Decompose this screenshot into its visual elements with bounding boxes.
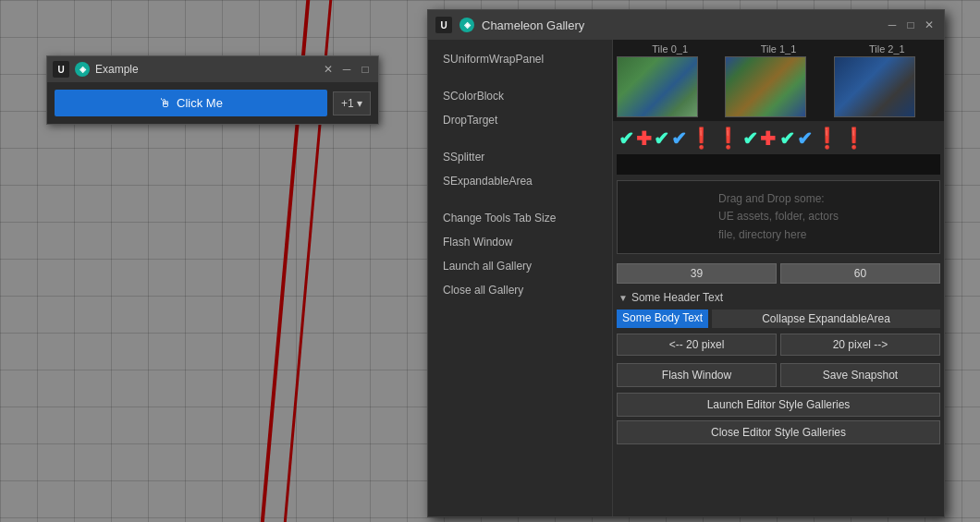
tool-btn-left[interactable]: <-- 20 pixel — [617, 334, 777, 356]
example-minimize-btn[interactable]: ─ — [339, 62, 354, 77]
gallery-sidebar: SUniformWrapPanel SColorBlock DropTarget… — [428, 40, 613, 516]
sidebar-item-flashwindow[interactable]: Flash Window — [428, 230, 612, 254]
flash-save-row: Flash Window Save Snapshot — [613, 359, 944, 391]
sidebar-sep-1 — [428, 71, 612, 84]
sidebar-label: SSplitter — [443, 151, 484, 164]
tiles-row: Tile 0_1 Tile 1_1 Tile 2_1 — [613, 40, 944, 121]
splitter-row — [613, 260, 944, 287]
sidebar-item-sexpandablearea[interactable]: SExpandableArea — [428, 169, 612, 193]
example-window-controls: ✕ ─ □ — [321, 62, 373, 77]
splitter-input-1[interactable] — [617, 263, 777, 284]
drop-text: Drag and Drop some: UE assets, folder, a… — [718, 190, 839, 244]
sidebar-label: Launch all Gallery — [443, 260, 532, 273]
tool-btn-right[interactable]: 20 pixel --> — [780, 334, 940, 356]
sidebar-label: SUniformWrapPanel — [443, 53, 544, 66]
plus-one-button[interactable]: +1 ▾ — [333, 91, 371, 115]
check-icon-2: ✔ — [654, 129, 669, 148]
tile-0-thumb — [617, 56, 698, 117]
flash-window-btn[interactable]: Flash Window — [617, 363, 777, 387]
sidebar-item-ssplitter[interactable]: SSplitter — [428, 145, 612, 169]
sidebar-sep-2 — [428, 132, 612, 145]
example-maximize-btn[interactable]: □ — [358, 62, 373, 77]
sidebar-item-scolorblock[interactable]: SColorBlock — [428, 84, 612, 108]
gallery-ue-logo: U — [435, 17, 452, 33]
expandable-header[interactable]: ▼ Some Header Text — [613, 287, 944, 308]
plus-icon-1: ✚ — [636, 129, 652, 148]
expandable-header-label: Some Header Text — [631, 291, 723, 304]
gallery-icon: ◈ — [459, 18, 474, 32]
gallery-maximize-btn[interactable]: □ — [903, 18, 918, 32]
tile-1: Tile 1_1 — [725, 43, 831, 117]
sidebar-item-launchallgallery[interactable]: Launch all Gallery — [428, 254, 612, 278]
exclaim-icon-1: ❗ — [689, 128, 714, 149]
tile-1-thumb — [725, 56, 806, 117]
sidebar-sep-3 — [428, 193, 612, 206]
icons-row: ✔ ✚ ✔ ✔ ❗ ❗ ✔ ✚ ✔ ✔ ❗ ❗ — [613, 121, 944, 152]
sidebar-label: Close all Gallery — [443, 284, 523, 297]
sidebar-item-suniformwrappanel[interactable]: SUniformWrapPanel — [428, 47, 612, 71]
expandable-body: Some Body Text Collapse ExpandableArea — [613, 308, 944, 330]
tile-2: Tile 2_1 — [834, 43, 940, 117]
example-content: 🖱 Click Me +1 ▾ — [47, 82, 378, 124]
example-titlebar: U ◈ Example ✕ ─ □ — [47, 56, 378, 82]
example-icon: ◈ — [75, 62, 90, 77]
expandable-body-text: Some Body Text — [617, 310, 708, 328]
collapse-expandable-btn[interactable]: Collapse ExpandableArea — [712, 310, 940, 328]
example-close-btn[interactable]: ✕ — [321, 62, 336, 77]
example-window: U ◈ Example ✕ ─ □ 🖱 Click Me +1 ▾ — [46, 55, 379, 125]
tile-2-thumb — [834, 56, 915, 117]
drop-line2: UE assets, folder, actors — [718, 210, 839, 223]
gallery-main: Tile 0_1 Tile 1_1 Tile 2_1 ✔ ✚ ✔ ✔ ❗ — [613, 40, 944, 516]
gallery-minimize-btn[interactable]: ─ — [885, 18, 900, 32]
tile-1-label: Tile 1_1 — [725, 43, 831, 55]
click-me-button[interactable]: 🖱 Click Me — [55, 90, 327, 116]
plus-icon-2: ✚ — [760, 129, 776, 148]
gallery-window-controls: ─ □ ✕ — [885, 18, 937, 32]
example-window-title: Example — [95, 63, 315, 76]
gallery-titlebar: U ◈ Chameleon Gallery ─ □ ✕ — [428, 10, 944, 40]
click-me-label: Click Me — [177, 96, 223, 110]
sidebar-label: SExpandableArea — [443, 175, 533, 188]
sidebar-label: DropTarget — [443, 114, 497, 127]
tile-0: Tile 0_1 — [617, 43, 723, 117]
sidebar-item-droptarget[interactable]: DropTarget — [428, 108, 612, 132]
exclaim-icon-2: ❗ — [716, 128, 741, 149]
close-editor-galleries-btn[interactable]: Close Editor Style Galleries — [617, 420, 940, 444]
gallery-window-title: Chameleon Gallery — [482, 18, 877, 32]
gallery-body: SUniformWrapPanel SColorBlock DropTarget… — [428, 40, 944, 516]
ue-logo: U — [53, 61, 69, 78]
sidebar-label: Flash Window — [443, 236, 512, 249]
sidebar-item-changetoolstabsize[interactable]: Change Tools Tab Size — [428, 206, 612, 230]
check-icon-3: ✔ — [671, 129, 687, 148]
drop-target-area[interactable]: Drag and Drop some: UE assets, folder, a… — [617, 180, 940, 254]
drop-line1: Drag and Drop some: — [718, 192, 825, 205]
exclaim-icon-3: ❗ — [815, 128, 839, 149]
gallery-window: U ◈ Chameleon Gallery ─ □ ✕ SUniformWrap… — [427, 9, 945, 517]
sidebar-label: Change Tools Tab Size — [443, 212, 556, 225]
check-icon-6: ✔ — [797, 129, 813, 148]
save-snapshot-btn[interactable]: Save Snapshot — [780, 363, 940, 387]
tile-0-label: Tile 0_1 — [617, 43, 723, 55]
check-icon-5: ✔ — [779, 129, 795, 148]
expand-arrow-icon: ▼ — [619, 293, 628, 303]
tool-row: <-- 20 pixel 20 pixel --> — [613, 330, 944, 359]
tile-2-label: Tile 2_1 — [834, 43, 940, 55]
launch-editor-galleries-btn[interactable]: Launch Editor Style Galleries — [617, 393, 940, 417]
click-me-icon: 🖱 — [159, 96, 171, 110]
sidebar-label: SColorBlock — [443, 90, 504, 103]
exclaim-icon-4: ❗ — [841, 128, 866, 149]
color-block — [617, 154, 940, 175]
check-icon-1: ✔ — [619, 129, 634, 148]
splitter-input-2[interactable] — [780, 263, 940, 284]
check-icon-4: ✔ — [742, 129, 758, 148]
drop-line3: file, directory here — [718, 228, 806, 241]
sidebar-item-closeallgallery[interactable]: Close all Gallery — [428, 278, 612, 302]
gallery-close-btn[interactable]: ✕ — [922, 18, 937, 32]
